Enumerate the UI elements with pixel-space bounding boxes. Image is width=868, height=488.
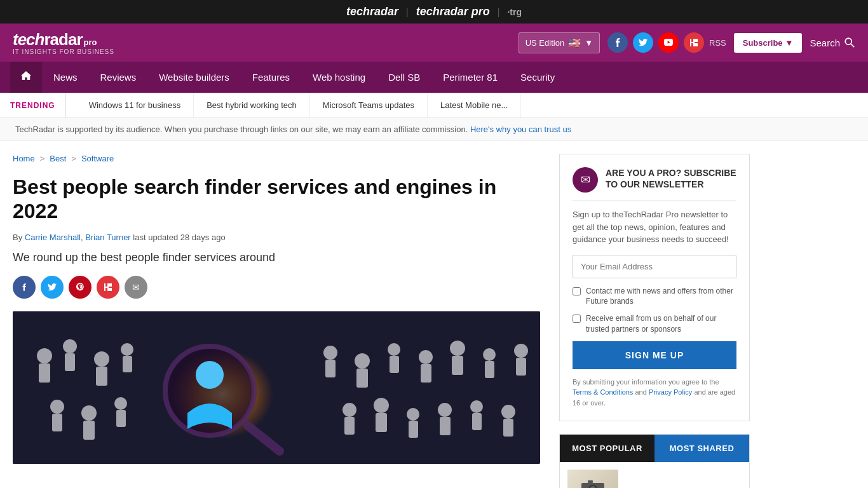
- svg-point-33: [374, 398, 389, 413]
- nav-item-web-hosting[interactable]: Web hosting: [301, 63, 377, 92]
- svg-point-35: [407, 408, 419, 421]
- svg-rect-26: [52, 414, 62, 431]
- newsletter-footer-text1: By submitting your information you agree…: [573, 378, 719, 386]
- header-right: US Edition 🇺🇸 ▼ RSS Subscribe ▼ Searc: [519, 32, 855, 53]
- affiliate-link[interactable]: Here's why you can trust us: [470, 125, 571, 134]
- share-twitter-button[interactable]: [41, 276, 64, 299]
- most-popular-tab[interactable]: MOST POPULAR: [560, 435, 654, 462]
- svg-point-21: [483, 348, 496, 361]
- logo[interactable]: techradar pro: [13, 30, 97, 50]
- svg-point-31: [342, 403, 356, 417]
- svg-point-23: [514, 344, 528, 358]
- svg-rect-8: [96, 367, 107, 386]
- svg-point-17: [419, 350, 433, 364]
- twitter-icon[interactable]: [633, 32, 653, 53]
- svg-rect-36: [409, 421, 418, 438]
- svg-point-29: [114, 397, 127, 410]
- svg-point-19: [450, 341, 465, 356]
- author1-link[interactable]: Carrie Marshall: [25, 233, 81, 242]
- svg-rect-16: [390, 356, 399, 373]
- nav-item-reviews[interactable]: Reviews: [89, 63, 148, 92]
- newsletter-email-input[interactable]: [573, 255, 736, 278]
- svg-rect-30: [116, 410, 126, 427]
- flipboard-icon[interactable]: [684, 32, 704, 53]
- edition-arrow: ▼: [585, 38, 593, 48]
- breadcrumb-sep-2: >: [71, 154, 76, 163]
- top-bar-brand3[interactable]: ·trg: [507, 7, 522, 17]
- popular-item-1[interactable]: [567, 470, 742, 488]
- share-pinterest-button[interactable]: [69, 276, 92, 299]
- svg-rect-18: [421, 364, 431, 383]
- logo-area[interactable]: techradar pro IT INSIGHTS FOR BUSINESS: [13, 30, 114, 55]
- trending-link-0[interactable]: Windows 11 for business: [76, 93, 194, 118]
- breadcrumb-software[interactable]: Software: [81, 154, 114, 163]
- share-flipboard-icon: [104, 283, 112, 291]
- svg-point-27: [81, 405, 97, 421]
- top-bar: techradar | techradar pro | ·trg: [0, 0, 868, 24]
- subscribe-button[interactable]: Subscribe ▼: [734, 33, 803, 53]
- sidebar: ✉ ARE YOU A PRO? SUBSCRIBE TO OUR NEWSLE…: [559, 154, 750, 488]
- newsletter-checkbox1[interactable]: [573, 287, 581, 295]
- newsletter-footer-and: and: [635, 388, 646, 396]
- trending-link-1[interactable]: Best hybrid working tech: [194, 93, 310, 118]
- trending-bar: TRENDING Windows 11 for business Best hy…: [0, 93, 868, 118]
- newsletter-checkbox2[interactable]: [573, 315, 581, 323]
- share-email-icon: ✉: [132, 282, 140, 292]
- nav-item-security[interactable]: Security: [509, 63, 566, 92]
- nav-home[interactable]: [10, 62, 42, 93]
- author2-link[interactable]: Brian Turner: [85, 233, 131, 242]
- edition-flag: 🇺🇸: [568, 37, 581, 49]
- social-icons: RSS: [607, 32, 726, 53]
- share-twitter-icon: [48, 283, 57, 291]
- svg-point-0: [845, 38, 851, 44]
- nav-item-news[interactable]: News: [42, 63, 89, 92]
- youtube-icon[interactable]: [658, 32, 679, 53]
- newsletter-description: Sign up to theTechRadar Pro newsletter t…: [573, 208, 736, 246]
- top-bar-brand1[interactable]: techradar: [346, 5, 398, 18]
- search-area[interactable]: Search: [810, 37, 855, 48]
- svg-rect-28: [83, 421, 95, 440]
- trending-link-3[interactable]: Latest Mobile ne...: [428, 93, 521, 118]
- newsletter-checkbox2-row: Receive email from us on behalf of our t…: [573, 313, 736, 335]
- breadcrumb-best[interactable]: Best: [50, 154, 66, 163]
- sign-me-up-button[interactable]: SIGN ME UP: [573, 341, 736, 369]
- article-subtitle: We round up the best people finder servi…: [13, 250, 540, 266]
- nav-item-perimeter81[interactable]: Perimeter 81: [431, 63, 509, 92]
- svg-point-9: [121, 343, 133, 356]
- top-bar-div1: |: [406, 7, 409, 17]
- edition-selector[interactable]: US Edition 🇺🇸 ▼: [519, 32, 600, 53]
- subscribe-arrow: ▼: [785, 38, 794, 48]
- privacy-link[interactable]: Privacy Policy: [649, 388, 692, 396]
- svg-point-3: [37, 348, 52, 363]
- popular-tabs: MOST POPULAR MOST SHARED: [560, 435, 749, 462]
- share-email-button[interactable]: ✉: [125, 276, 147, 299]
- svg-rect-2: [13, 311, 540, 464]
- top-bar-brand2[interactable]: techradar pro: [416, 5, 490, 18]
- svg-point-25: [50, 400, 64, 414]
- author-line: By Carrie Marshall, Brian Turner last up…: [13, 233, 540, 242]
- last-updated: last updated 28 days ago: [133, 233, 225, 242]
- main-layout: Home > Best > Software Best people searc…: [0, 141, 868, 488]
- newsletter-checkbox2-label: Receive email from us on behalf of our t…: [586, 313, 736, 335]
- share-flipboard-button[interactable]: [97, 276, 119, 299]
- share-facebook-button[interactable]: [13, 276, 36, 299]
- nav-item-features[interactable]: Features: [241, 63, 301, 92]
- newsletter-header: ✉ ARE YOU A PRO? SUBSCRIBE TO OUR NEWSLE…: [573, 167, 736, 201]
- subscribe-label: Subscribe: [743, 38, 783, 48]
- nav-item-dell-sb[interactable]: Dell SB: [377, 63, 431, 92]
- newsletter-icon: ✉: [573, 167, 598, 193]
- breadcrumb-home[interactable]: Home: [13, 154, 35, 163]
- terms-link[interactable]: Terms & Conditions: [573, 388, 633, 396]
- svg-point-45: [196, 361, 224, 389]
- svg-rect-6: [65, 353, 75, 371]
- breadcrumb-sep-1: >: [40, 154, 45, 163]
- facebook-icon[interactable]: [607, 32, 628, 53]
- rss-link[interactable]: RSS: [709, 38, 726, 48]
- svg-rect-34: [376, 413, 387, 432]
- most-shared-tab[interactable]: MOST SHARED: [654, 435, 749, 462]
- author-prefix: By: [13, 233, 22, 242]
- logo-text: techradar: [13, 30, 83, 50]
- trending-link-2[interactable]: Microsoft Teams updates: [310, 93, 428, 118]
- nav-item-website-builders[interactable]: Website builders: [147, 63, 241, 92]
- header-left: techradar pro IT INSIGHTS FOR BUSINESS: [13, 30, 114, 55]
